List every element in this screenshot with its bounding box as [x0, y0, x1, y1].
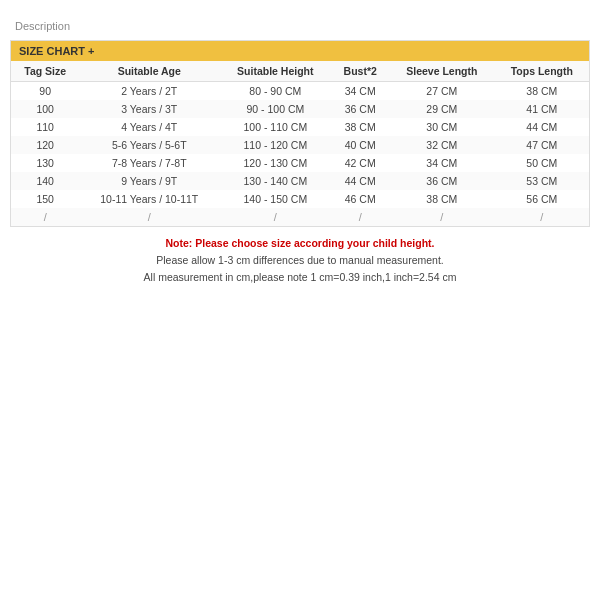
note-line1: Note: Please choose size according your …: [10, 235, 590, 252]
note-section: Note: Please choose size according your …: [10, 235, 590, 285]
size-chart-container: SIZE CHART + Tag Size Suitable Age Suita…: [10, 40, 590, 227]
note-line3: All measurement in cm,please note 1 cm=0…: [10, 269, 590, 286]
col-header-tag: Tag Size: [11, 61, 79, 82]
col-header-age: Suitable Age: [79, 61, 219, 82]
table-row: 1307-8 Years / 7-8T120 - 130 CM42 CM34 C…: [11, 154, 589, 172]
description-label: Description: [10, 20, 590, 32]
col-header-tops: Tops Length: [495, 61, 589, 82]
table-header-row: Tag Size Suitable Age Suitable Height Bu…: [11, 61, 589, 82]
table-row: 15010-11 Years / 10-11T140 - 150 CM46 CM…: [11, 190, 589, 208]
size-table: Tag Size Suitable Age Suitable Height Bu…: [11, 61, 589, 226]
table-row: 1104 Years / 4T100 - 110 CM38 CM30 CM44 …: [11, 118, 589, 136]
col-header-height: Suitable Height: [219, 61, 331, 82]
col-header-bust: Bust*2: [332, 61, 389, 82]
size-chart-header[interactable]: SIZE CHART +: [11, 41, 589, 61]
col-header-sleeve: Sleeve Length: [389, 61, 495, 82]
note-line2: Please allow 1-3 cm differences due to m…: [10, 252, 590, 269]
table-row: //////: [11, 208, 589, 226]
table-row: 1205-6 Years / 5-6T110 - 120 CM40 CM32 C…: [11, 136, 589, 154]
page-wrapper: Description SIZE CHART + Tag Size Suitab…: [0, 0, 600, 600]
table-row: 902 Years / 2T80 - 90 CM34 CM27 CM38 CM: [11, 82, 589, 101]
table-row: 1409 Years / 9T130 - 140 CM44 CM36 CM53 …: [11, 172, 589, 190]
table-row: 1003 Years / 3T90 - 100 CM36 CM29 CM41 C…: [11, 100, 589, 118]
